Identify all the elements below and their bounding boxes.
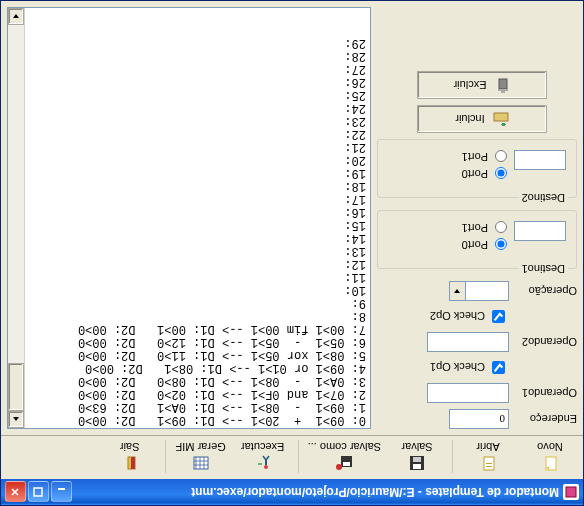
endereco-input[interactable] (449, 409, 509, 429)
check-op2-label: Check Op2 (430, 311, 485, 323)
form-panel: Endereço Operando1 Check Op1 Operando2 C… (377, 7, 577, 429)
run-label: Executar (241, 441, 284, 453)
toolbar-separator (298, 440, 299, 473)
client-area: Endereço Operando1 Check Op1 Operando2 C… (1, 1, 583, 435)
grid-icon (191, 454, 211, 472)
new-file-icon (540, 454, 560, 472)
endereco-label: Endereço (515, 413, 577, 425)
output-text: 0: 09>1 + 20>1 --> D1: 09>1 D2: 00>0 1: … (25, 8, 370, 428)
scroll-track[interactable] (8, 25, 24, 411)
operando2-input[interactable] (427, 332, 509, 352)
output-listbox[interactable]: 0: 09>1 + 20>1 --> D1: 09>1 D2: 00>0 1: … (7, 7, 371, 429)
maximize-button[interactable] (28, 482, 49, 503)
svg-point-13 (264, 465, 268, 469)
new-button[interactable]: Novo (519, 436, 581, 477)
trash-icon (495, 76, 511, 94)
run-button[interactable]: Executar (232, 436, 294, 477)
port0-label-2: Port0 (462, 169, 488, 181)
open-button[interactable]: Abrir (457, 436, 519, 477)
save-label: Salvar (401, 441, 432, 453)
port1-label: Port1 (462, 223, 488, 235)
new-label: Novo (537, 441, 563, 453)
svg-rect-20 (501, 124, 506, 125)
app-window: Montador de Templates - E:/Mauricio/Proj… (0, 0, 584, 506)
toolbar-separator (165, 440, 166, 473)
exit-label: Sair (120, 441, 140, 453)
svg-rect-22 (498, 89, 508, 91)
chevron-down-icon (450, 282, 466, 300)
destino2-input[interactable] (514, 150, 566, 170)
add-record-icon (493, 110, 509, 128)
operando1-input[interactable] (427, 383, 509, 403)
svg-rect-11 (343, 462, 350, 466)
save-as-button[interactable]: Salvar como ... (303, 436, 386, 477)
excluir-label: Excluir (454, 79, 487, 91)
scroll-down-button[interactable] (8, 8, 24, 25)
vertical-scrollbar[interactable] (8, 8, 25, 428)
svg-rect-9 (413, 457, 421, 462)
port1-label-2: Port1 (462, 152, 488, 164)
save-button[interactable]: Salvar (386, 436, 448, 477)
svg-rect-14 (265, 460, 267, 465)
destino1-port1-radio[interactable] (495, 221, 507, 233)
open-label: Abrir (476, 441, 499, 453)
svg-rect-17 (131, 457, 135, 469)
check-op1-checkbox[interactable] (492, 361, 505, 374)
scroll-up-button[interactable] (8, 411, 24, 428)
excluir-button[interactable]: Excluir (417, 71, 547, 99)
save-icon (407, 454, 427, 472)
save-as-icon (334, 454, 354, 472)
destino1-port0-radio[interactable] (495, 238, 507, 250)
svg-point-12 (336, 464, 342, 470)
operacao-label: Operação (515, 285, 577, 297)
gen-mif-button[interactable]: Gerar MIF (170, 436, 232, 477)
svg-rect-23 (501, 91, 505, 93)
destino1-legend: Destino1 (519, 263, 568, 275)
window-title: Montador de Templates - E:/Mauricio/Proj… (72, 485, 559, 499)
svg-rect-21 (499, 79, 507, 89)
svg-rect-18 (494, 113, 508, 121)
check-op2-checkbox[interactable] (492, 310, 505, 323)
operando1-label: Operando1 (515, 387, 577, 399)
incluir-label: Incluir (455, 113, 484, 125)
open-file-icon (478, 454, 498, 472)
save-as-label: Salvar como ... (308, 441, 381, 453)
incluir-button[interactable]: Incluir (417, 105, 547, 133)
check-op1-label: Check Op1 (430, 362, 485, 374)
toolbar-separator (452, 440, 453, 473)
svg-rect-5 (486, 466, 492, 467)
run-icon (253, 454, 273, 472)
exit-icon (120, 454, 140, 472)
destino2-legend: Destino2 (519, 192, 568, 204)
operacao-combobox[interactable] (449, 281, 509, 301)
destino1-input[interactable] (514, 221, 566, 241)
port0-label: Port0 (462, 240, 488, 252)
close-button[interactable] (5, 482, 26, 503)
svg-rect-1 (59, 488, 66, 490)
gen-mif-label: Gerar MIF (176, 441, 226, 453)
operando2-label: Operando2 (515, 336, 577, 348)
destino2-group: Destino2 Port0 Port1 (377, 139, 577, 204)
app-icon (563, 484, 579, 500)
toolbar: Novo Abrir Salvar Salvar como ... (1, 435, 583, 479)
scroll-thumb[interactable] (8, 363, 24, 411)
destino2-port1-radio[interactable] (495, 150, 507, 162)
destino1-group: Destino1 Port0 Port1 (377, 210, 577, 275)
svg-rect-6 (486, 463, 492, 464)
exit-button[interactable]: Sair (99, 436, 161, 477)
svg-rect-0 (566, 487, 576, 497)
svg-rect-8 (413, 464, 421, 469)
titlebar: Montador de Templates - E:/Mauricio/Proj… (1, 479, 583, 505)
svg-rect-2 (35, 488, 43, 496)
destino2-port0-radio[interactable] (495, 167, 507, 179)
minimize-button[interactable] (51, 482, 72, 503)
